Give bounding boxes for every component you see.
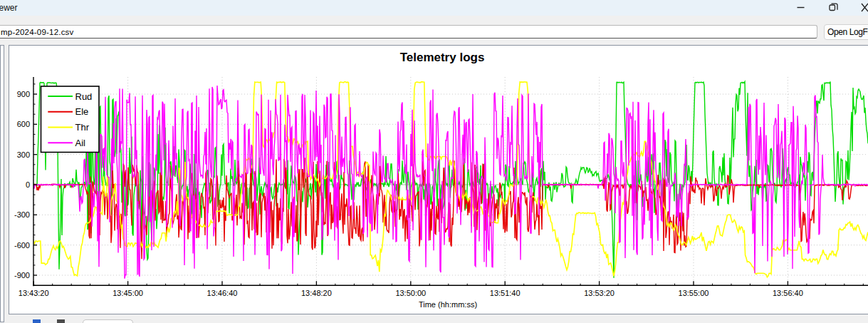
svg-text:-900: -900 [14,271,30,280]
svg-text:Ail: Ail [75,138,86,148]
svg-text:-300: -300 [14,210,30,219]
svg-text:Ele: Ele [75,106,89,117]
svg-text:13:45:00: 13:45:00 [113,289,143,297]
svg-text:13:46:40: 13:46:40 [207,289,238,297]
svg-text:13:53:20: 13:53:20 [584,289,615,297]
svg-text:600: 600 [17,120,30,128]
svg-text:13:50:00: 13:50:00 [395,289,426,297]
svg-text:Telemetry logs: Telemetry logs [400,51,485,64]
svg-text:-600: -600 [14,241,30,250]
svg-text:13:48:20: 13:48:20 [301,289,332,297]
svg-text:300: 300 [17,150,30,159]
svg-text:Rud: Rud [75,91,93,102]
svg-text:Time (hh:mm:ss): Time (hh:mm:ss) [419,300,477,309]
svg-text:13:43:20: 13:43:20 [19,289,49,297]
svg-text:13:51:40: 13:51:40 [490,289,521,297]
svg-text:0: 0 [26,180,30,189]
svg-text:900: 900 [17,90,30,98]
svg-text:13:55:00: 13:55:00 [679,289,709,297]
svg-text:13:56:40: 13:56:40 [773,289,803,297]
svg-text:Thr: Thr [75,122,90,133]
